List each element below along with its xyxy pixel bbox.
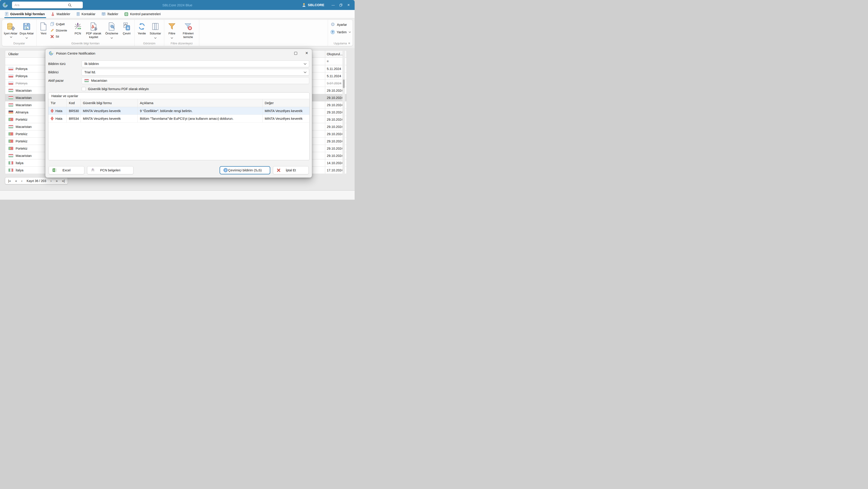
cancel-button[interactable]: İptal Et (273, 166, 309, 174)
active-market-field[interactable]: Macaristan (82, 77, 309, 84)
help-button[interactable]: ? Yardım (331, 30, 351, 34)
flag-icon-hungary (84, 79, 89, 82)
floppy-export-icon (22, 21, 31, 32)
chevron-down-icon (26, 37, 28, 39)
tab-phrases[interactable]: İfadeler (101, 10, 118, 18)
errors-groupbox: Hatalar ve uyarılar Tür Kod Güvenlik bil… (48, 92, 310, 160)
error-row[interactable]: Hata BR534 MINTA Veszélyes keverék Bölüm… (49, 115, 309, 122)
next-page-button[interactable]: › (51, 179, 52, 183)
columns-button[interactable]: Sütunlar (148, 21, 163, 41)
clear-filters-button[interactable]: Filtreleri temizle (179, 21, 198, 41)
pcn-button[interactable]: PCN (72, 21, 84, 41)
notifier-select[interactable]: Trial ltd. (82, 69, 309, 76)
flag-icon-hungary (8, 103, 13, 107)
save-pdf-button[interactable]: PDF olarak kaydet (84, 21, 103, 41)
tab-contacts[interactable]: Kontaklar (76, 10, 95, 18)
close-button[interactable]: ✕ (345, 2, 352, 8)
column-header-description[interactable]: Açıklama (137, 99, 262, 107)
flag-icon-poland (8, 67, 13, 70)
gear-icon: ⚙ (331, 22, 335, 27)
prev-page-button[interactable]: ‹ (21, 179, 22, 183)
column-header-sds[interactable]: Güvenlik bilgi formu (81, 99, 137, 107)
scrollbar-thumb[interactable] (343, 80, 345, 88)
error-row-selected[interactable]: Hata BR530 MINTA Veszélyes keverék 9 "Öz… (49, 107, 309, 115)
red-x-icon (277, 168, 281, 172)
red-x-icon (50, 35, 54, 38)
notification-type-select[interactable]: İlk bildirim (82, 60, 309, 67)
preview-button[interactable]: Önizleme (103, 21, 120, 41)
svg-text:X: X (53, 169, 55, 171)
ribbon-group-filter: Filtre Filtreleri temizle Filtre düzenle… (164, 20, 199, 46)
tab-label: Güvenlik bilgi formları (10, 12, 45, 16)
minimize-button[interactable]: — (329, 2, 337, 8)
flag-icon-poland (8, 74, 13, 78)
delete-button[interactable]: Sil (50, 35, 70, 38)
errors-table: Tür Kod Güvenlik bilgi formu Açıklama De… (49, 99, 309, 122)
attach-pdf-checkbox[interactable] (82, 87, 86, 91)
search-input[interactable] (12, 2, 83, 8)
dialog-button-row: X Excel PCN belgeleri i Çevrimiçi bildir… (49, 166, 309, 174)
funnel-icon (168, 21, 176, 32)
tab-safety-data-sheets[interactable]: Güvenlik bilgi formları (5, 10, 45, 18)
flag-icon-germany (8, 111, 13, 114)
error-diamond-icon (51, 109, 54, 113)
excel-button[interactable]: X Excel (49, 166, 84, 174)
equals-filter-icon[interactable]: = (327, 60, 329, 63)
flag-icon-portugal (8, 132, 13, 136)
new-button[interactable]: Yeni (38, 21, 49, 41)
translate-button[interactable]: A Çeviri (120, 21, 133, 41)
filter-button[interactable]: Filtre (165, 21, 178, 41)
dialog-maximize-button[interactable] (294, 52, 297, 55)
flag-icon-hungary (8, 96, 13, 99)
status-bar (0, 191, 354, 200)
tab-control-parameters[interactable]: Kontrol parametreleri (124, 10, 161, 18)
columns-icon (152, 21, 159, 32)
fast-next-button[interactable]: » (56, 179, 58, 183)
minimize-icon: — (332, 3, 335, 7)
refresh-icon (138, 21, 146, 32)
column-header-type[interactable]: Tür (49, 99, 66, 107)
ribbon-group-application: ⚙ Ayarlar ? Yardım Uygulama≡ (328, 20, 352, 46)
ribbon-group-sds: Yeni Çoğalt Düzenle Sil (37, 20, 134, 46)
dialog-logo-icon (49, 51, 54, 56)
pcn-documents-button[interactable]: PCN belgeleri (87, 166, 133, 174)
tab-substances[interactable]: Maddeler (51, 10, 70, 18)
chevron-down-icon (349, 31, 351, 33)
fast-prev-button[interactable]: « (15, 179, 17, 183)
account-button[interactable]: SBLCORE (302, 3, 324, 7)
book-icon (101, 12, 105, 16)
online-notification-button[interactable]: i Çevrimiçi bildirim (S₂S) (220, 166, 270, 174)
duplicate-button[interactable]: Çoğalt (50, 22, 70, 26)
pencil-icon (50, 28, 54, 32)
pcn-documents-icon (91, 168, 95, 172)
flag-icon-portugal (8, 147, 13, 150)
edit-button[interactable]: Düzenle (50, 28, 70, 32)
first-page-button[interactable]: |« (8, 179, 11, 183)
last-page-button[interactable]: »| (62, 179, 65, 183)
chevron-down-icon (304, 63, 306, 65)
restore-button[interactable] (337, 2, 345, 8)
flag-icon-portugal (8, 118, 13, 121)
vertical-scrollbar[interactable] (342, 50, 345, 174)
export-button[interactable]: Dışa Aktar (18, 21, 35, 41)
pdf-download-icon (89, 21, 98, 32)
flag-icon-hungary (8, 125, 13, 128)
flag-icon-hungary (8, 89, 13, 92)
ribbon-options-icon[interactable]: ≡ (348, 41, 350, 46)
chevron-down-icon (171, 37, 173, 39)
control-parameters-icon (124, 12, 128, 16)
flag-icon-italy (8, 161, 13, 165)
notifier-label: Bildirici (48, 70, 82, 74)
ribbon-group-label-view: Görünüm (136, 41, 163, 46)
close-icon: ✕ (347, 3, 350, 7)
settings-button[interactable]: ⚙ Ayarlar (331, 22, 351, 27)
active-market-label: Aktif pazar (48, 79, 82, 82)
refresh-button[interactable]: Yenile (136, 21, 148, 41)
import-button[interactable]: İçeri Aktar (3, 21, 18, 41)
column-header-code[interactable]: Kod (66, 99, 81, 107)
tab-label: Maddeler (57, 12, 70, 16)
dialog-close-button[interactable]: ✕ (305, 51, 308, 55)
column-header-value[interactable]: Değer (262, 99, 309, 107)
chevron-down-icon (304, 71, 306, 73)
search-icon[interactable] (68, 3, 72, 7)
